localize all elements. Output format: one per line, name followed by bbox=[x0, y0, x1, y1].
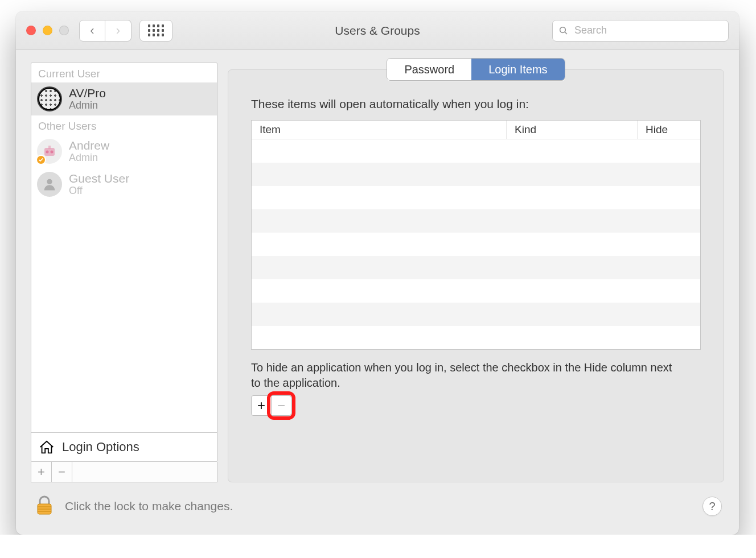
window-body: Current User AV/Pro Admin Other Users bbox=[16, 50, 739, 482]
user-role: Admin bbox=[69, 152, 109, 164]
main-panel-wrapper: Password Login Items These items will op… bbox=[228, 63, 724, 482]
table-row bbox=[252, 233, 700, 256]
table-row bbox=[252, 256, 700, 279]
grid-icon bbox=[148, 24, 165, 36]
close-window-icon[interactable] bbox=[26, 26, 36, 35]
tab-password[interactable]: Password bbox=[387, 59, 471, 80]
sidebar-footer: + − bbox=[31, 462, 217, 482]
login-items-panel: These items will open automatically when… bbox=[228, 69, 724, 482]
table-header: Item Kind Hide bbox=[252, 121, 700, 139]
minus-icon: − bbox=[277, 398, 285, 414]
login-options-button[interactable]: Login Options bbox=[31, 432, 217, 461]
svg-line-1 bbox=[565, 32, 567, 34]
sidebar-section-other: Other Users bbox=[31, 115, 217, 135]
table-row bbox=[252, 326, 700, 349]
table-row bbox=[252, 279, 700, 303]
back-button[interactable]: ‹ bbox=[79, 20, 105, 42]
svg-point-0 bbox=[560, 27, 566, 32]
user-labels: Guest User Off bbox=[69, 172, 129, 197]
table-row bbox=[252, 163, 700, 186]
col-hide[interactable]: Hide bbox=[638, 121, 700, 139]
panel-intro-text: These items will open automatically when… bbox=[251, 97, 701, 111]
hide-hint-text: To hide an application when you log in, … bbox=[251, 360, 672, 391]
login-options-label: Login Options bbox=[62, 440, 139, 454]
help-button[interactable]: ? bbox=[702, 497, 722, 516]
login-items-table[interactable]: Item Kind Hide bbox=[251, 120, 701, 350]
chevron-right-icon: › bbox=[116, 23, 120, 38]
add-login-item-button[interactable]: + bbox=[251, 395, 272, 416]
svg-point-3 bbox=[46, 151, 49, 154]
sidebar-section-current: Current User bbox=[31, 63, 217, 82]
minimize-window-icon[interactable] bbox=[43, 26, 52, 35]
user-labels: AV/Pro Admin bbox=[69, 86, 106, 111]
lock-hint-text: Click the lock to make changes. bbox=[65, 499, 233, 513]
add-remove-row: + − bbox=[251, 395, 701, 416]
show-all-button[interactable] bbox=[139, 20, 172, 42]
col-item[interactable]: Item bbox=[252, 121, 507, 139]
search-icon bbox=[558, 26, 569, 36]
users-list: Current User AV/Pro Admin Other Users bbox=[31, 63, 217, 462]
avatar-icon bbox=[37, 172, 62, 197]
admin-badge-icon bbox=[36, 155, 46, 165]
user-role: Admin bbox=[69, 100, 106, 111]
user-row-guest[interactable]: Guest User Off bbox=[31, 168, 217, 201]
avatar-icon bbox=[37, 139, 62, 164]
table-row bbox=[252, 209, 700, 233]
tab-bar: Password Login Items bbox=[387, 58, 565, 81]
lock-footer: Click the lock to make changes. ? bbox=[16, 482, 739, 535]
search-field[interactable] bbox=[552, 20, 729, 42]
remove-login-item-button[interactable]: − bbox=[271, 395, 291, 416]
zoom-window-icon bbox=[59, 26, 69, 35]
user-name: Andrew bbox=[69, 139, 109, 152]
lock-button[interactable] bbox=[33, 494, 56, 519]
table-body bbox=[252, 139, 700, 349]
remove-user-button[interactable]: − bbox=[52, 462, 72, 482]
search-input[interactable] bbox=[573, 24, 722, 37]
plus-icon: + bbox=[257, 398, 265, 414]
window-controls bbox=[26, 26, 69, 35]
svg-point-6 bbox=[47, 179, 52, 184]
user-name: AV/Pro bbox=[69, 86, 106, 100]
svg-point-4 bbox=[51, 151, 54, 154]
user-row-other[interactable]: Andrew Admin bbox=[31, 135, 217, 168]
svg-rect-5 bbox=[48, 146, 51, 148]
house-icon bbox=[38, 439, 55, 456]
plus-icon: + bbox=[38, 465, 45, 480]
user-role: Off bbox=[69, 185, 129, 197]
forward-button[interactable]: › bbox=[105, 20, 132, 42]
user-row-current[interactable]: AV/Pro Admin bbox=[31, 82, 217, 115]
preferences-window: ‹ › Users & Groups Current User bbox=[16, 11, 739, 535]
user-name: Guest User bbox=[69, 172, 129, 185]
chevron-left-icon: ‹ bbox=[90, 23, 94, 38]
tab-login-items[interactable]: Login Items bbox=[471, 59, 564, 80]
minus-icon: − bbox=[58, 465, 65, 480]
nav-back-forward: ‹ › bbox=[79, 20, 132, 42]
add-user-button[interactable]: + bbox=[31, 462, 52, 482]
table-row bbox=[252, 303, 700, 326]
users-sidebar: Current User AV/Pro Admin Other Users bbox=[31, 63, 217, 482]
avatar-icon bbox=[37, 86, 62, 111]
title-bar: ‹ › Users & Groups bbox=[16, 11, 739, 50]
col-kind[interactable]: Kind bbox=[507, 121, 638, 139]
table-row bbox=[252, 139, 700, 163]
help-icon: ? bbox=[709, 500, 715, 513]
table-row bbox=[252, 186, 700, 209]
user-labels: Andrew Admin bbox=[69, 139, 109, 164]
